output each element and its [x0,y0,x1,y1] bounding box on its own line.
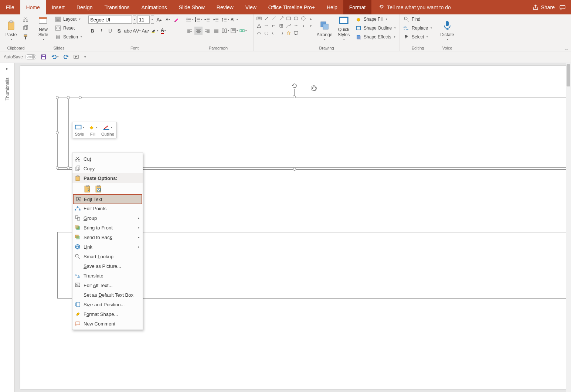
shape-handle[interactable] [293,168,296,171]
cut-button[interactable] [21,15,30,23]
redo-icon[interactable] [63,54,69,60]
align-text-button[interactable]: ▾ [230,27,238,35]
tab-view[interactable]: View [239,0,262,14]
autosave-toggle[interactable]: AutoSave Off [4,54,36,59]
customize-qat-icon[interactable]: ▾ [84,55,86,59]
ctx-bring-to-front[interactable]: Bring to Front▸ [72,223,143,232]
chevron-up-icon[interactable]: ▴ [307,15,314,22]
ctx-new-comment[interactable]: New Comment [72,319,143,328]
ctx-set-default[interactable]: Set as Default Text Box [72,290,143,300]
underline-button[interactable]: U [106,27,114,35]
expand-pane-icon[interactable]: ▸ [6,67,8,71]
tab-home[interactable]: Home [20,0,46,14]
rotate-handle-icon[interactable] [311,85,317,91]
reset-button[interactable]: Reset [54,24,84,32]
decrease-indent-button[interactable] [203,16,211,24]
ctx-cut[interactable]: Cut [72,154,143,164]
tab-help[interactable]: Help [321,0,343,14]
chevron-down-icon[interactable]: ▾ [133,16,136,24]
svg-rect-10 [39,17,47,19]
arrange-button[interactable]: Arrange▾ [316,15,333,42]
columns-button[interactable]: ▾ [221,27,229,35]
shape-fill-button[interactable]: Shape Fill▾ [354,15,397,23]
align-center-button[interactable] [194,27,203,35]
ctx-edit-alt-text[interactable]: Edit Alt Text... [72,280,143,290]
ctx-translate[interactable]: aあTranslate [72,271,143,280]
ctx-save-as-picture[interactable]: Save as Picture... [72,261,143,271]
highlight-button[interactable]: ▾ [150,27,159,35]
quick-styles-button[interactable]: Quick Styles▾ [335,15,353,42]
shapes-gallery[interactable]: ▴ ▾ ▾ [256,15,314,37]
ctx-size-position[interactable]: Size and Position... [72,300,143,309]
font-size-input[interactable] [137,16,150,24]
tab-slideshow[interactable]: Slide Show [173,0,211,14]
tab-animations[interactable]: Animations [135,0,173,14]
chevron-down-icon[interactable]: ▾ [151,16,154,24]
change-case-button[interactable]: Aa▾ [142,27,150,35]
bold-button[interactable]: B [88,27,96,35]
tab-insert[interactable]: Insert [46,0,71,14]
paste-button[interactable]: Paste ▾ [2,15,20,42]
thumbnails-pane[interactable]: ▸ Thumbnails [0,63,15,392]
ctx-smart-lookup[interactable]: Smart Lookup [72,252,143,261]
collapse-ribbon-button[interactable]: ︿ [564,46,569,52]
tab-review[interactable]: Review [211,0,239,14]
ctx-format-shape[interactable]: Format Shape... [72,309,143,319]
replace-button[interactable]: abacReplace▾ [402,24,434,32]
tab-file[interactable]: File [0,0,20,14]
numbering-button[interactable]: 123▾ [194,16,203,24]
align-right-button[interactable] [203,27,211,35]
dictate-button[interactable]: Dictate▾ [438,15,456,42]
paste-use-destination-button[interactable] [84,184,92,193]
italic-button[interactable]: I [97,27,105,35]
align-left-button[interactable] [186,27,194,35]
save-icon[interactable] [41,54,47,60]
text-direction-button[interactable]: A▾ [230,16,238,24]
format-painter-button[interactable] [21,33,30,41]
tab-office-timeline[interactable]: Office Timeline Pro+ [262,0,321,14]
mini-style-button[interactable]: ▾ Style [75,124,84,136]
copy-button[interactable] [21,24,30,32]
ctx-edit-text[interactable]: AEdit Text [73,194,142,204]
line-spacing-button[interactable]: ▾ [221,16,229,24]
character-spacing-button[interactable]: A͟V▾ [133,27,141,35]
find-button[interactable]: Find [402,15,434,23]
chevron-down-icon[interactable]: ▾ [300,23,307,29]
shape-outline-button[interactable]: Shape Outline▾ [354,24,397,32]
shape-effects-button[interactable]: Shape Effects▾ [354,33,397,41]
paste-picture-button[interactable] [95,184,103,193]
new-slide-button[interactable]: New Slide ▾ [34,15,52,42]
rotate-handle-2[interactable] [292,83,298,90]
smartart-button[interactable]: ▾ [239,27,247,35]
vertical-scrollbar[interactable] [566,63,571,392]
ctx-link[interactable]: Link▸ [72,242,143,252]
ctx-group[interactable]: Group▸ [72,213,143,223]
increase-indent-button[interactable] [212,16,220,24]
bullets-button[interactable]: ▾ [186,16,194,24]
decrease-font-button[interactable]: A▾ [164,16,172,24]
section-button[interactable]: Section▾ [54,33,84,41]
ctx-edit-points[interactable]: Edit Points [72,204,143,213]
tell-me-search[interactable]: Tell me what you want to do [379,0,451,14]
ctx-send-to-back[interactable]: Send to Back▸ [72,232,143,242]
mini-outline-button[interactable]: ▾ Outline [101,124,114,136]
tab-format[interactable]: Format [343,0,371,14]
clear-formatting-button[interactable] [173,16,181,24]
ctx-copy[interactable]: Copy [72,164,143,173]
tab-design[interactable]: Design [71,0,99,14]
tab-transitions[interactable]: Transitions [99,0,136,14]
justify-button[interactable] [212,27,220,35]
select-button[interactable]: Select▾ [402,33,434,41]
strikethrough-button[interactable]: abc [124,27,132,35]
more-shapes-icon[interactable]: ▾ [307,23,314,29]
undo-button[interactable]: ▾ [51,54,59,60]
layout-button[interactable]: Layout▾ [54,15,84,23]
share-button[interactable]: Share [532,4,555,11]
start-from-beginning-icon[interactable] [74,54,79,60]
comments-icon[interactable] [559,4,566,11]
font-name-input[interactable] [88,16,132,24]
increase-font-button[interactable]: A▴ [155,16,163,24]
mini-fill-button[interactable]: ▾ Fill [88,124,98,136]
font-color-button[interactable]: A▾ [159,27,167,35]
shadow-button[interactable]: S [115,27,123,35]
